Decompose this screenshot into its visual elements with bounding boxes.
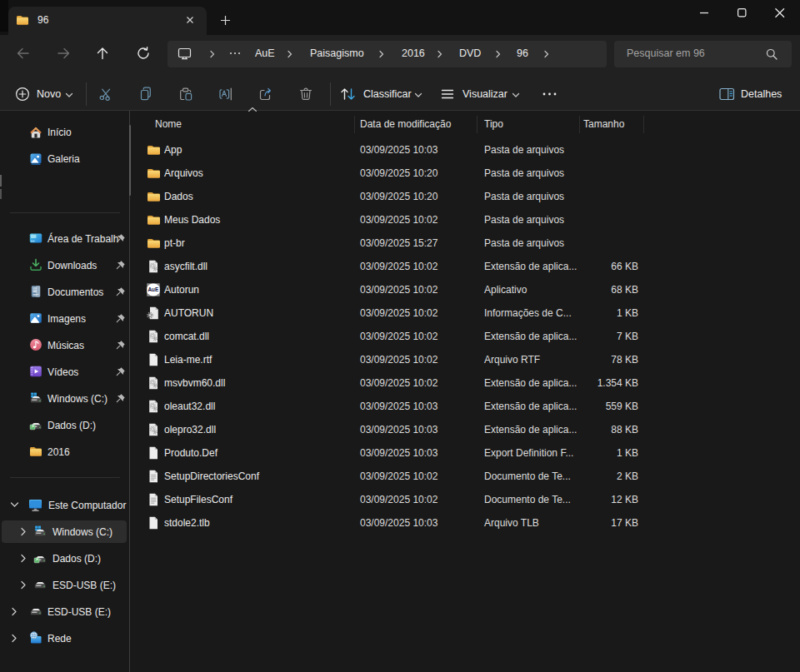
svg-text:AuE: AuE — [148, 286, 160, 292]
